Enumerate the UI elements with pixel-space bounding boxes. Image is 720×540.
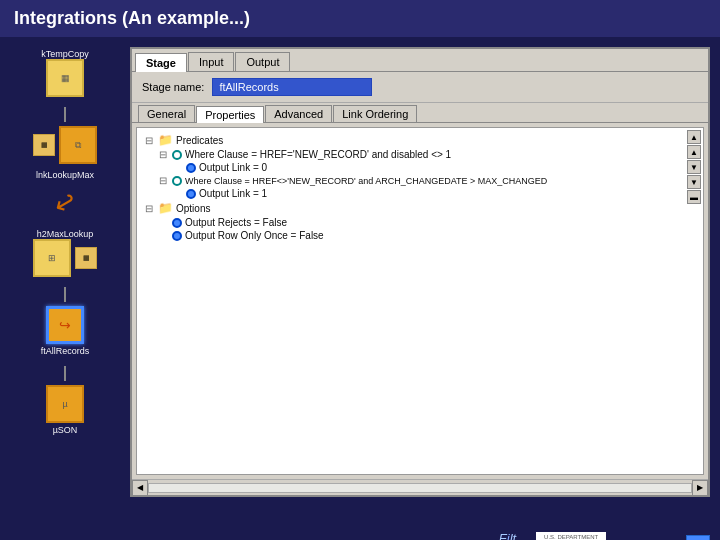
tree-predicates: ⊟ 📁 Predicates <box>141 132 699 148</box>
scroll-handle[interactable]: ▬ <box>687 190 701 204</box>
node-icon-ftallrecords[interactable]: ↪ <box>46 306 84 344</box>
tab-properties[interactable]: Properties <box>196 106 264 123</box>
dot-where1 <box>172 150 182 160</box>
scroll-track[interactable] <box>148 483 692 493</box>
node-icon-ktempcopy[interactable]: ▦ <box>46 59 84 97</box>
title-bar: Integrations (An example...) <box>0 0 720 37</box>
collapse-options[interactable]: ⊟ <box>145 203 155 214</box>
node-row-lnklookup: ▦ ⧉ <box>5 126 125 164</box>
node-icon-json[interactable]: µ <box>46 385 84 423</box>
dialog-inner-tabs: General Properties Advanced Link Orderin… <box>132 103 708 123</box>
page-title: Integrations (An example...) <box>14 8 250 28</box>
scroll-up-btn[interactable]: ▲ <box>687 145 701 159</box>
tree-output-rejects: Output Rejects = False <box>141 216 699 229</box>
folder-predicates-icon: 📁 <box>158 133 173 147</box>
dot-rejects <box>172 218 182 228</box>
tab-link-ordering[interactable]: Link Ordering <box>333 105 417 122</box>
dialog-panel: Stage Input Output Stage name: General P… <box>130 47 710 497</box>
tab-general[interactable]: General <box>138 105 195 122</box>
dot-outlink1 <box>186 189 196 199</box>
scroll-buttons: ▲ ▲ ▼ ▼ ▬ <box>687 130 701 204</box>
scroll-left-btn[interactable]: ◀ <box>132 480 148 496</box>
dot-outlink0 <box>186 163 196 173</box>
tab-stage[interactable]: Stage <box>135 53 187 72</box>
scroll-top-btn[interactable]: ▲ <box>687 130 701 144</box>
node-json: µ µSON <box>46 385 84 435</box>
tree-where2: ⊟ Where Clause = HREF<>'NEW_RECORD' and … <box>141 174 699 187</box>
node-ktempcopy: kTempCopy ▦ <box>41 47 89 97</box>
collapse-where1[interactable]: ⊟ <box>159 149 169 160</box>
tree-output-rowonce: Output Row Only Once = False <box>141 229 699 242</box>
stage-name-row: Stage name: <box>132 72 708 103</box>
dot-rowonce <box>172 231 182 241</box>
doe-dept-text: U.S. DEPARTMENT OF <box>540 534 602 540</box>
tree-outlink0: Output Link = 0 <box>141 161 699 174</box>
small-box-left: ▦ <box>33 134 55 156</box>
scroll-right-btn[interactable]: ▶ <box>692 480 708 496</box>
footer: Filt er U.S. DEPARTMENT OF ENERGY Office… <box>0 527 720 540</box>
doe-logo: U.S. DEPARTMENT OF ENERGY <box>536 532 606 540</box>
tree-where1: ⊟ Where Clause = HREF='NEW_RECORD' and d… <box>141 148 699 161</box>
tab-advanced[interactable]: Advanced <box>265 105 332 122</box>
collapse-predicates[interactable]: ⊟ <box>145 135 155 146</box>
sidebar: kTempCopy ▦ ▦ ⧉ lnkLookupMax ↩ h2MaxLook… <box>0 37 130 527</box>
node-icon-lnklookup[interactable]: ⧉ <box>59 126 97 164</box>
properties-tree: ⊟ 📁 Predicates ⊟ Where Clause = HREF='NE… <box>136 127 704 475</box>
tree-options: ⊟ 📁 Options <box>141 200 699 216</box>
tab-input[interactable]: Input <box>188 52 234 71</box>
scroll-down-btn[interactable]: ▼ <box>687 160 701 174</box>
stage-name-label: Stage name: <box>142 81 204 93</box>
arrow-connector: ↩ <box>48 185 83 223</box>
scroll-bottom-btn[interactable]: ▼ <box>687 175 701 189</box>
filter-label: Filt er <box>499 531 516 540</box>
dot-where2 <box>172 176 182 186</box>
tab-output[interactable]: Output <box>235 52 290 71</box>
stage-name-input[interactable] <box>212 78 372 96</box>
small-box-right-h2: ▦ <box>75 247 97 269</box>
collapse-where2[interactable]: ⊟ <box>159 175 169 186</box>
page-number: 27 <box>686 535 710 540</box>
bottom-scrollbar: ◀ ▶ <box>132 479 708 495</box>
folder-options-icon: 📁 <box>158 201 173 215</box>
node-h2maxlookup: h2MaxLookup ⊞ ▦ <box>33 227 97 277</box>
node-icon-h2max[interactable]: ⊞ <box>33 239 71 277</box>
dialog-top-tabs: Stage Input Output <box>132 49 708 72</box>
node-ftallrecords: ↪ ftAllRecords <box>41 306 90 356</box>
tree-outlink1: Output Link = 1 <box>141 187 699 200</box>
filt-text: Filt <box>499 531 516 540</box>
